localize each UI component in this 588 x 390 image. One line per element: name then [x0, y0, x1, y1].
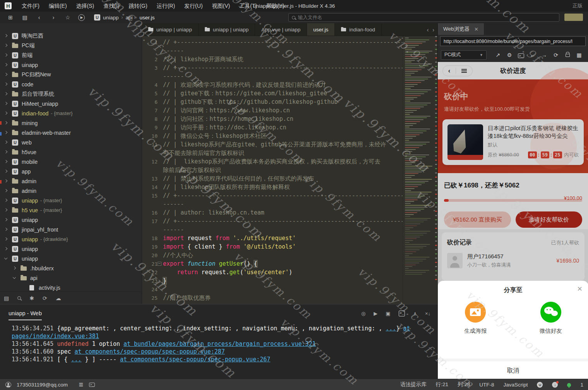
chevron-right-icon[interactable]: [4, 237, 9, 242]
code-editor[interactable]: 1// +-----------------------------------…: [142, 36, 403, 304]
file-search-input[interactable]: [298, 15, 556, 20]
tree-item-app[interactable]: Uapp: [0, 167, 142, 176]
terminal-icon[interactable]: >_: [89, 383, 95, 387]
language-label[interactable]: JavaScript: [503, 382, 528, 388]
tree-item-嗨淘巴西[interactable]: U嗨淘巴西: [0, 31, 142, 41]
chevron-right-icon[interactable]: [4, 198, 9, 203]
syntax-lib-label[interactable]: 语法提示库: [400, 381, 427, 388]
console-link[interactable]: ...: [386, 325, 396, 332]
devtools-icon[interactable]: >_: [515, 52, 527, 58]
cursor-line[interactable]: 行:21: [436, 381, 448, 388]
forward-icon[interactable]: ›: [50, 14, 57, 21]
tree-item-uniapp[interactable]: Uuniapp- {drawkline}: [0, 234, 142, 244]
tab-scroll-left-icon[interactable]: ‹: [427, 27, 429, 33]
open-external-icon[interactable]: ↗: [492, 52, 504, 58]
update-download-icon[interactable]: ↓: [552, 382, 558, 388]
menu-item-4[interactable]: 查找(I): [99, 0, 124, 12]
run-circle-icon[interactable]: ▶: [374, 311, 377, 316]
chevron-right-icon[interactable]: [21, 285, 26, 290]
chevron-right-icon[interactable]: [4, 247, 9, 251]
settings-gear-icon[interactable]: ⚙: [504, 52, 515, 58]
tree-item-jinpai_yhl_front[interactable]: Ujinpai_yhl_front: [0, 225, 142, 234]
explorer-panel-icon[interactable]: ▤: [4, 295, 9, 301]
run-icon[interactable]: ▶: [78, 14, 85, 21]
console-tab[interactable]: uniapp - Web: [9, 310, 42, 320]
tree-item-api[interactable]: api: [0, 273, 142, 283]
breadcrumb-file[interactable]: user.js: [140, 15, 155, 21]
tree-item-mobile[interactable]: Umobile: [0, 157, 142, 167]
account-email[interactable]: 1735031199@qq.com: [17, 382, 68, 388]
tree-item-indian-food[interactable]: Uindian-food- {master}: [0, 108, 142, 118]
nav-back-icon[interactable]: ←: [527, 52, 538, 58]
star-icon[interactable]: ☆: [64, 14, 72, 21]
qr-code-icon[interactable]: ▦: [573, 52, 585, 58]
breadcrumb-project[interactable]: uniapp: [103, 15, 119, 21]
chevron-right-icon[interactable]: [4, 43, 9, 48]
close-icon[interactable]: ×: [577, 285, 582, 293]
account-icon[interactable]: [5, 382, 11, 388]
url-input[interactable]: [440, 36, 586, 46]
chevron-right-icon[interactable]: [4, 131, 9, 135]
tree-item-admin[interactable]: admin: [0, 186, 142, 196]
chevron-right-icon[interactable]: [4, 72, 9, 77]
chevron-right-icon[interactable]: [4, 189, 9, 193]
editor-tab-5[interactable]: indian-food: [335, 23, 382, 36]
chevron-right-icon[interactable]: [4, 160, 9, 164]
file-search-box[interactable]: [288, 13, 559, 22]
new-file-icon[interactable]: ⊞: [7, 14, 14, 21]
tree-item-PC归档New[interactable]: PC归档New: [0, 70, 142, 79]
chevron-right-icon[interactable]: [4, 179, 9, 184]
cloud-icon[interactable]: ☁: [56, 295, 61, 301]
menu-item-5[interactable]: 跳转(G): [124, 0, 152, 12]
chevron-right-icon[interactable]: [12, 266, 17, 271]
terminal-icon[interactable]: >_: [399, 311, 405, 316]
toolbar-action-button[interactable]: [564, 14, 583, 21]
cursor-col[interactable]: 列:28: [458, 381, 470, 388]
console-link[interactable]: at components/spec-popup/spec-popup.vue:…: [75, 348, 225, 355]
chevron-right-icon[interactable]: [4, 121, 9, 125]
chevron-right-icon[interactable]: [4, 218, 9, 222]
tasks-icon[interactable]: ≣: [79, 381, 84, 388]
menu-item-3[interactable]: 选择(S): [72, 0, 99, 12]
chevron-right-icon[interactable]: [4, 34, 9, 38]
editor-tab-2[interactable]: uniapp | uniapp: [199, 23, 255, 36]
refresh-icon[interactable]: ⟳: [43, 295, 47, 301]
tree-item-uinapp[interactable]: Uuinapp: [0, 60, 142, 70]
collapse-icon[interactable]: ∧: [413, 311, 417, 316]
close-icon[interactable]: ✕: [474, 26, 478, 32]
tree-item-code[interactable]: Ucode: [0, 79, 142, 89]
tree-item-HiMeet_uniapp[interactable]: UHiMeet_uniapp: [0, 99, 142, 108]
tree-item-uniapp[interactable]: Uuniapp- {master}: [0, 196, 142, 205]
tree-item-activity.js[interactable]: activity.js: [0, 283, 142, 292]
chevron-right-icon[interactable]: [4, 208, 9, 213]
device-mode-select[interactable]: PC模式 ▼: [441, 50, 487, 60]
tree-item-uniapp[interactable]: Uuniapp: [0, 254, 142, 263]
lock-icon[interactable]: [562, 52, 573, 58]
tree-item-admin[interactable]: admin: [0, 176, 142, 186]
menu-item-2[interactable]: 编辑(E): [44, 0, 72, 12]
save-icon[interactable]: ▤: [21, 14, 29, 21]
nav-forward-icon[interactable]: →: [538, 52, 550, 58]
fold-icon[interactable]: −: [158, 262, 161, 266]
uniapp-icon[interactable]: U: [537, 382, 543, 388]
tree-item-mining[interactable]: mining: [0, 118, 142, 128]
console-link[interactable]: ...: [71, 356, 82, 363]
breadcrumb-folder[interactable]: api: [126, 15, 133, 21]
tree-item-h5 vue[interactable]: h5 vue- {master}: [0, 205, 142, 215]
tree-item-eladmin-web-master[interactable]: eladmin-web-master: [0, 128, 142, 137]
tab-scroll-right-icon[interactable]: ›: [432, 27, 434, 33]
chevron-right-icon[interactable]: [4, 82, 9, 87]
chevron-down-icon[interactable]: [12, 276, 17, 280]
tree-item-h5vue[interactable]: h5vue: [0, 147, 142, 157]
chevron-right-icon[interactable]: [4, 53, 9, 58]
notification-bell-icon[interactable]: [567, 383, 571, 387]
console-link[interactable]: at bundle/pages/bargain_process/bargain_…: [123, 340, 316, 347]
chevron-right-icon[interactable]: [4, 111, 9, 116]
tree-item-PC端[interactable]: PC端: [0, 41, 142, 50]
menu-item-6[interactable]: 运行(R): [152, 0, 180, 12]
menu-item-7[interactable]: 发行(U): [180, 0, 207, 12]
editor-tab-1[interactable]: uniapp | uniapp: [142, 23, 199, 36]
search-icon[interactable]: [17, 296, 21, 300]
tree-item-uniapp[interactable]: Uuniapp: [0, 244, 142, 254]
tree-item-后台管理系统[interactable]: 后台管理系统: [0, 89, 142, 99]
